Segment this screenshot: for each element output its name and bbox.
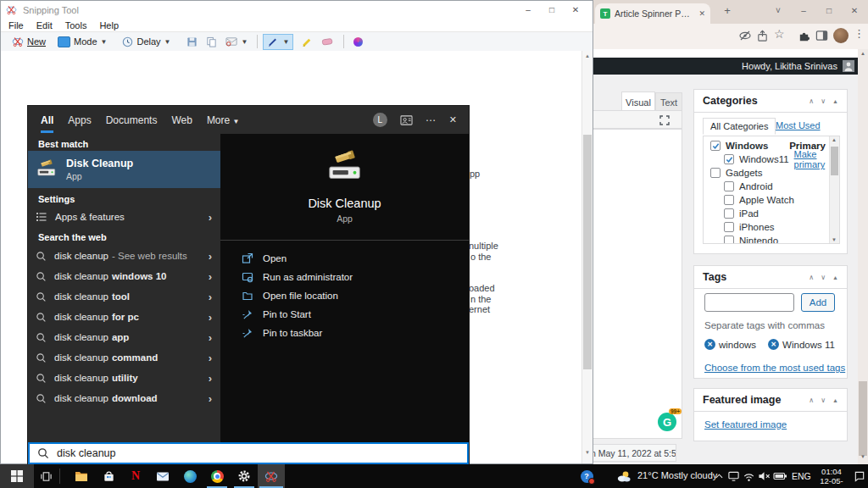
start-button[interactable] <box>0 464 34 488</box>
close-button[interactable]: ✕ <box>564 2 587 19</box>
panel-move-up-icon[interactable]: ∧ <box>809 274 814 281</box>
search-input[interactable]: disk cleanup <box>28 442 469 464</box>
web-result-row[interactable]: disk cleanupfor pc › <box>28 307 220 327</box>
close-search-icon[interactable]: ✕ <box>449 114 457 125</box>
menu-help[interactable]: Help <box>99 20 119 30</box>
user-avatar[interactable]: L <box>373 113 387 127</box>
panel-toggle-icon[interactable]: ▲ <box>832 274 838 280</box>
taskbar-chrome[interactable] <box>203 464 231 488</box>
tab-documents[interactable]: Documents <box>106 108 158 133</box>
categories-scrollbar[interactable]: ▲ ▼ <box>829 136 839 243</box>
editor-content[interactable]: G 99+ <box>593 129 682 439</box>
weather-text[interactable]: 21°C Mostly cloudy <box>637 470 717 480</box>
taskbar-mail[interactable] <box>149 464 176 488</box>
scroll-up-arrow[interactable]: ▲ <box>582 51 593 61</box>
admin-avatar[interactable] <box>843 60 854 72</box>
taskbar-clock[interactable]: 01:04 12-05-2022 <box>812 467 851 488</box>
browser-maximize-button[interactable]: □ <box>819 2 839 19</box>
feedback-icon[interactable] <box>400 114 413 126</box>
action-open-file-location[interactable]: Open file location <box>220 286 469 305</box>
new-tag-input[interactable] <box>704 293 794 312</box>
tab-search-chevron-icon[interactable]: ˅ <box>768 2 788 19</box>
delay-button[interactable]: Delay▼ <box>118 34 175 50</box>
menu-edit[interactable]: Edit <box>36 20 53 30</box>
web-result-row[interactable]: disk cleanupapp › <box>28 327 220 347</box>
category-row[interactable]: Apple Watch <box>704 193 839 207</box>
help-tray-button[interactable]: ? <box>576 464 597 488</box>
category-row[interactable]: Windows11 Make primary <box>704 152 839 166</box>
checkbox[interactable] <box>724 181 734 191</box>
checkbox[interactable] <box>724 208 734 219</box>
taskbar-file-explorer[interactable] <box>68 464 95 488</box>
browser-tab[interactable]: T Article Spinner Powered by ✕ <box>595 3 710 24</box>
tab-more[interactable]: More ▼ <box>207 108 240 133</box>
taskbar-microsoft-store[interactable] <box>95 464 122 488</box>
eraser-button[interactable] <box>317 34 338 49</box>
tray-expand-button[interactable] <box>712 464 726 488</box>
browser-minimize-button[interactable]: – <box>793 2 814 19</box>
side-panel-icon[interactable] <box>815 30 828 42</box>
privacy-eye-off-icon[interactable] <box>738 30 752 42</box>
browser-menu-kebab-icon[interactable]: ⋮ <box>854 27 865 40</box>
fullscreen-icon[interactable] <box>659 115 670 125</box>
tab-close-icon[interactable]: ✕ <box>698 9 705 18</box>
grammarly-icon[interactable]: G 99+ <box>658 413 676 431</box>
panel-toggle-icon[interactable]: ▲ <box>832 397 838 403</box>
web-result-row[interactable]: disk cleanupcommand › <box>28 347 220 368</box>
weather-button[interactable] <box>614 464 634 488</box>
scroll-down-arrow[interactable]: ▼ <box>832 237 837 242</box>
panel-move-up-icon[interactable]: ∧ <box>809 396 814 404</box>
scroll-up-arrow[interactable]: ▲ <box>860 51 865 56</box>
browser-scrollbar[interactable]: ▲ ▼ <box>858 49 868 464</box>
tray-battery-button[interactable] <box>771 464 788 488</box>
snipping-tool-titlebar[interactable]: Snipping Tool – □ ✕ <box>1 1 593 19</box>
panel-move-down-icon[interactable]: ∨ <box>821 274 826 281</box>
panel-move-down-icon[interactable]: ∨ <box>821 396 826 404</box>
browser-close-button[interactable]: ✕ <box>844 2 865 19</box>
tray-volume-button[interactable] <box>756 464 771 488</box>
web-result-row[interactable]: disk cleanup- See web results › <box>28 246 220 266</box>
mode-button[interactable]: Mode▼ <box>53 34 111 50</box>
panel-toggle-icon[interactable]: ▲ <box>832 98 838 104</box>
taskbar-edge[interactable] <box>176 464 203 488</box>
highlighter-button[interactable] <box>297 34 317 50</box>
checkbox[interactable] <box>724 222 734 232</box>
task-view-button[interactable] <box>34 464 58 488</box>
tab-web[interactable]: Web <box>171 108 192 133</box>
tag-remove-icon[interactable]: ✕ <box>768 339 779 350</box>
maximize-button[interactable]: □ <box>540 2 564 19</box>
ballpoint-pen-button[interactable] <box>349 35 367 49</box>
make-primary-link[interactable]: Make primary <box>794 149 827 169</box>
new-snip-button[interactable]: New <box>8 33 50 50</box>
action-open[interactable]: Open <box>220 249 469 268</box>
save-button[interactable] <box>182 34 202 50</box>
menu-tools[interactable]: Tools <box>65 20 87 30</box>
checkbox[interactable] <box>724 195 734 205</box>
tab-all-categories[interactable]: All Categories <box>703 118 776 135</box>
best-match-item[interactable]: Disk Cleanup App <box>28 151 220 188</box>
set-featured-image-link[interactable]: Set featured image <box>704 419 787 430</box>
editor-tab-visual[interactable]: Visual <box>621 92 655 112</box>
scroll-down-arrow[interactable]: ▼ <box>860 454 865 459</box>
extension-icon[interactable] <box>798 30 810 42</box>
copy-button[interactable] <box>202 34 221 50</box>
action-run-as-administrator[interactable]: Run as administrator <box>220 268 469 286</box>
panel-move-up-icon[interactable]: ∧ <box>809 97 814 105</box>
checkbox-checked[interactable] <box>724 154 734 164</box>
tags-header[interactable]: Tags ∧ ∨ ▲ <box>694 266 847 289</box>
admin-greeting[interactable]: Howdy, Likitha Srinivas <box>742 61 837 71</box>
tab-most-used[interactable]: Most Used <box>776 120 821 130</box>
web-result-row[interactable]: disk cleanuptool › <box>28 286 220 307</box>
taskbar-settings[interactable] <box>231 464 258 488</box>
editor-tab-text[interactable]: Text <box>655 92 682 112</box>
taskbar-snipping-tool[interactable] <box>258 464 285 488</box>
snip-vertical-scrollbar[interactable]: ▲ ▼ <box>581 51 593 463</box>
tag-remove-icon[interactable]: ✕ <box>704 339 715 350</box>
taskbar-netflix[interactable]: N <box>122 464 149 488</box>
category-row[interactable]: iPad <box>704 207 839 220</box>
panel-move-down-icon[interactable]: ∨ <box>821 97 826 105</box>
tray-wifi-button[interactable] <box>741 464 756 488</box>
new-tab-button[interactable]: + <box>717 2 737 19</box>
category-row[interactable]: iPhones <box>704 220 839 234</box>
scrollbar-thumb[interactable] <box>831 147 838 175</box>
